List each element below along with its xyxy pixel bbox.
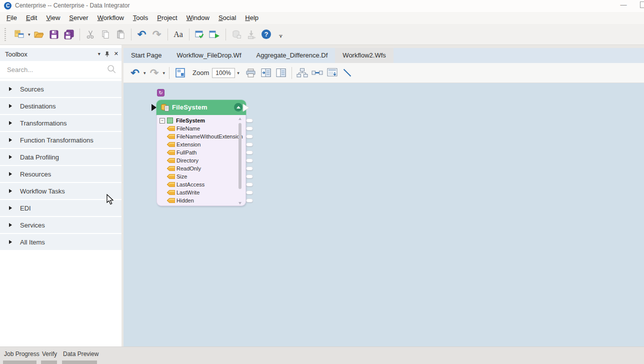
panel-tab-job-progress[interactable]: Job Progress: [4, 350, 40, 358]
toolbox-category-resources[interactable]: Resources: [0, 166, 122, 182]
menu-item-edit[interactable]: Edit: [22, 12, 42, 24]
toolbox-category-data-profiling[interactable]: Data Profiling: [0, 149, 122, 165]
node-port[interactable]: [246, 166, 253, 170]
help-button[interactable]: ?: [260, 28, 273, 42]
tree-item-lastwrite[interactable]: LastWrite: [157, 188, 246, 196]
designer-undo-button[interactable]: ↶: [128, 66, 142, 80]
node-port[interactable]: [246, 174, 253, 178]
node-port[interactable]: [246, 190, 253, 194]
scrollbar-thumb[interactable]: [238, 123, 242, 189]
menu-item-view[interactable]: View: [42, 12, 64, 24]
verify-button[interactable]: [194, 28, 206, 42]
auto-layout-button[interactable]: [296, 66, 309, 80]
toolbar-options-button[interactable]: ▾: [279, 35, 283, 38]
node-port[interactable]: [246, 150, 253, 154]
draw-link-button[interactable]: [341, 66, 354, 80]
panel-tab-verify[interactable]: Verify: [42, 350, 57, 358]
tree-item-filename[interactable]: FileName: [157, 124, 246, 132]
toolbox-category-all-items[interactable]: All Items: [0, 234, 122, 250]
zoom-dropdown-caret-icon[interactable]: ▾: [237, 70, 240, 76]
redo-button[interactable]: ↷: [150, 28, 164, 42]
run-button[interactable]: [208, 28, 222, 42]
scroll-up-icon[interactable]: [238, 118, 242, 120]
new-dropdown-caret-icon[interactable]: ▾: [28, 32, 30, 37]
node-port[interactable]: [246, 182, 253, 186]
scroll-down-icon[interactable]: [238, 202, 242, 204]
node-scrollbar[interactable]: [238, 117, 242, 205]
deploy-button[interactable]: [245, 28, 258, 42]
tab-aggregate-difference[interactable]: Aggregate_Difference.Df: [249, 48, 336, 63]
tree-item-lastaccess[interactable]: LastAccess: [157, 180, 246, 188]
menu-item-project[interactable]: Project: [152, 12, 182, 24]
tree-item-root[interactable]: − FileSystem: [157, 116, 246, 124]
panel-tab-data-preview[interactable]: Data Preview: [63, 350, 98, 358]
workflow-canvas[interactable]: ↻ FileSystem: [124, 83, 644, 346]
node-port[interactable]: [246, 118, 253, 122]
collapse-node-button[interactable]: [234, 103, 242, 112]
toolbox-category-destinations[interactable]: Destinations: [0, 98, 122, 114]
zoom-select[interactable]: 100%: [212, 68, 235, 78]
menu-item-window[interactable]: Window: [182, 12, 214, 24]
toolbox-menu-chevron-icon[interactable]: ▾: [98, 51, 100, 56]
toolbox-category-edi[interactable]: EDI: [0, 200, 122, 216]
menu-item-help[interactable]: Help: [240, 12, 263, 24]
new-document-button[interactable]: [13, 28, 26, 42]
tree-item-hidden[interactable]: Hidden: [157, 196, 246, 204]
filesystem-node[interactable]: FileSystem − FileSystem: [156, 100, 246, 206]
collapse-minus-icon[interactable]: −: [160, 118, 165, 124]
node-port[interactable]: [246, 198, 253, 202]
collapse-all-button[interactable]: [274, 66, 288, 80]
app-logo-icon: C: [4, 2, 12, 10]
open-button[interactable]: [32, 28, 46, 42]
expand-all-button[interactable]: [260, 66, 272, 80]
paste-button[interactable]: [114, 28, 127, 42]
tab-workflow2[interactable]: Workflow2.Wfs: [335, 48, 393, 63]
node-output-arrow-icon[interactable]: [242, 104, 250, 112]
minimize-button[interactable]: —: [616, 0, 631, 11]
search-input[interactable]: [6, 64, 103, 75]
save-button[interactable]: [48, 28, 60, 42]
node-port[interactable]: [246, 126, 253, 130]
save-all-button[interactable]: [62, 28, 76, 42]
tree-item-directory[interactable]: Directory: [157, 156, 246, 164]
toolbox-category-transformations[interactable]: Transformations: [0, 115, 122, 131]
pin-icon[interactable]: [104, 51, 110, 57]
toolbox-close-icon[interactable]: ✕: [114, 50, 118, 57]
redo-dropdown-caret-icon[interactable]: ▾: [163, 70, 166, 76]
cut-button[interactable]: [84, 28, 97, 42]
menu-item-tools[interactable]: Tools: [128, 12, 152, 24]
undo-button[interactable]: ↶: [136, 28, 148, 42]
tab-workflow-filedrop[interactable]: Workflow_FileDrop.Wf: [169, 48, 248, 63]
field-tag-icon: [167, 198, 175, 203]
database-button[interactable]: [230, 28, 243, 42]
designer-redo-button[interactable]: ↷: [148, 66, 161, 80]
node-port[interactable]: [246, 134, 253, 138]
tree-item-extension[interactable]: Extension: [157, 140, 246, 148]
print-button[interactable]: [244, 66, 258, 80]
menu-item-file[interactable]: File: [2, 12, 22, 24]
tree-item-fullpath[interactable]: FullPath: [157, 148, 246, 156]
singleton-refresh-badge[interactable]: ↻: [157, 89, 164, 96]
toolbox-category-function-transformations[interactable]: Function Transformations: [0, 132, 122, 148]
font-button[interactable]: Aa: [172, 28, 185, 42]
horizontal-layout-button[interactable]: [311, 66, 324, 80]
menu-item-social[interactable]: Social: [214, 12, 240, 24]
tab-start-page[interactable]: Start Page: [124, 48, 169, 63]
node-port[interactable]: [246, 158, 253, 162]
node-port[interactable]: [246, 142, 253, 146]
menu-item-server[interactable]: Server: [64, 12, 92, 24]
tree-item-filenamewithoutextension[interactable]: FileNameWithoutExtension: [157, 132, 246, 140]
toolbox-category-workflow-tasks[interactable]: Workflow Tasks: [0, 183, 122, 199]
toolbox-category-services[interactable]: Services: [0, 217, 122, 233]
restore-button[interactable]: [640, 2, 644, 8]
overview-button[interactable]: [174, 66, 186, 80]
menu-item-workflow[interactable]: Workflow: [93, 12, 128, 24]
toolbox-category-sources[interactable]: Sources: [0, 81, 122, 97]
tree-item-readonly[interactable]: ReadOnly: [157, 164, 246, 172]
copy-button[interactable]: [99, 28, 112, 42]
show-list-button[interactable]: [326, 66, 339, 80]
undo-dropdown-caret-icon[interactable]: ▾: [144, 70, 146, 76]
toolbar-grip[interactable]: [4, 28, 6, 41]
tree-item-size[interactable]: Size: [157, 172, 246, 180]
filesystem-node-header[interactable]: FileSystem: [156, 100, 246, 115]
